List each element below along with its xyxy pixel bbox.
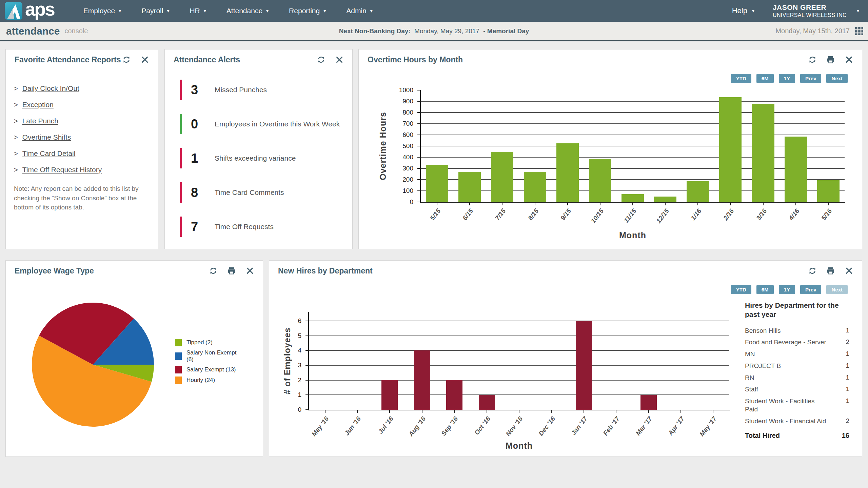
- apps-grid-icon[interactable]: [855, 27, 863, 35]
- 1y-button[interactable]: 1Y: [779, 285, 795, 294]
- y-tick-label: 5: [275, 332, 301, 340]
- help-label: Help: [732, 6, 747, 15]
- y-tick: [305, 380, 308, 381]
- help-menu[interactable]: Help ▾: [732, 6, 754, 15]
- y-axis: [308, 312, 309, 410]
- link-bullet: >: [14, 166, 18, 174]
- refresh-icon[interactable]: [317, 56, 325, 64]
- bar: [576, 321, 592, 410]
- report-link[interactable]: Exception: [22, 101, 54, 109]
- y-tick: [305, 350, 308, 351]
- menu-admin[interactable]: Admin▾: [336, 0, 383, 22]
- gridline: [421, 112, 845, 113]
- non-banking-day-date: Monday, May 29, 2017: [414, 27, 479, 35]
- panel-header: New Hires by Department: [269, 261, 862, 281]
- bar: [687, 181, 709, 202]
- alert-color-bar: [180, 217, 182, 237]
- panel-header: Favorite Attendance Reports: [6, 49, 158, 70]
- chevron-down-icon: ▾: [323, 8, 326, 14]
- chevron-down-icon: ▾: [857, 8, 859, 14]
- 1y-button[interactable]: 1Y: [779, 74, 795, 83]
- range-buttons: YTD6M1YPrevNext: [731, 285, 848, 294]
- bar: [556, 143, 579, 202]
- alert-item[interactable]: 0Employees in Overtime this Work Week: [165, 114, 352, 134]
- table-row: PROJECT B1: [745, 362, 849, 370]
- menu-attendance[interactable]: Attendance▾: [216, 0, 279, 22]
- table-row: Student Work - Financial Aid2: [745, 417, 849, 425]
- bar: [785, 137, 807, 202]
- new-hires-panel: New Hires by Department YTD6M1YPrevNext …: [269, 260, 862, 457]
- close-icon[interactable]: [335, 56, 343, 64]
- print-icon[interactable]: [228, 267, 236, 275]
- close-icon[interactable]: [845, 267, 853, 275]
- y-tick-label: 6: [275, 317, 301, 325]
- prev-button[interactable]: Prev: [800, 74, 822, 83]
- user-menu[interactable]: JASON GREER UNIVERSAL WIRELESS INC ▾: [773, 3, 859, 18]
- non-banking-day-holiday: - Memorial Day: [483, 27, 529, 35]
- x-tick: [551, 410, 552, 413]
- x-tick: [616, 410, 616, 413]
- refresh-icon[interactable]: [209, 267, 217, 275]
- department-count: 1: [846, 350, 849, 358]
- x-tick-label: 10/15: [590, 207, 606, 225]
- print-icon[interactable]: [827, 267, 835, 275]
- ytd-button[interactable]: YTD: [731, 74, 751, 83]
- close-icon[interactable]: [246, 267, 254, 275]
- report-link[interactable]: Time Off Request History: [22, 166, 102, 174]
- bar: [426, 165, 448, 202]
- menu-employee[interactable]: Employee▾: [73, 0, 131, 22]
- x-tick: [567, 203, 568, 205]
- ytd-button[interactable]: YTD: [731, 285, 751, 294]
- report-link[interactable]: Late Punch: [22, 117, 58, 125]
- refresh-icon[interactable]: [122, 56, 131, 64]
- 6m-button[interactable]: 6M: [756, 74, 774, 83]
- legend-swatch: [175, 339, 182, 346]
- alert-item[interactable]: 1Shifts exceeding variance: [165, 148, 352, 168]
- report-link[interactable]: Overtime Shifts: [22, 133, 71, 141]
- x-tick: [389, 410, 390, 413]
- x-tick-label: Jul '16: [377, 415, 395, 435]
- attendance-alerts-panel: Attendance Alerts 3Missed Punches0Employ…: [164, 49, 353, 249]
- close-icon[interactable]: [141, 56, 149, 64]
- y-tick: [417, 146, 420, 146]
- x-tick-label: 1/16: [690, 207, 703, 222]
- y-tick: [305, 409, 308, 410]
- x-tick-label: 12/15: [655, 207, 671, 225]
- table-row: RN1: [745, 374, 849, 382]
- 6m-button[interactable]: 6M: [756, 285, 774, 294]
- hires-by-department-table: Hires by Department for the past year Be…: [745, 301, 849, 440]
- prev-button[interactable]: Prev: [800, 285, 822, 294]
- bar: [654, 197, 676, 202]
- aps-logo[interactable]: aps: [5, 0, 54, 22]
- x-axis: [420, 202, 845, 203]
- alert-item[interactable]: 8Time Card Comments: [165, 182, 352, 203]
- employee-wage-type-panel: Employee Wage Type Tipped (2)Salary Non-…: [5, 260, 263, 457]
- gridline: [421, 190, 845, 191]
- menu-hr[interactable]: HR▾: [179, 0, 216, 22]
- x-tick: [730, 203, 731, 205]
- x-tick-label: Dec '16: [537, 415, 557, 437]
- gridline: [309, 365, 729, 366]
- alert-item[interactable]: 3Missed Punches: [165, 80, 352, 100]
- next-button[interactable]: Next: [826, 74, 848, 83]
- report-link[interactable]: Time Card Detail: [22, 149, 76, 158]
- aps-logo-text: aps: [25, 0, 54, 20]
- link-bullet: >: [14, 101, 18, 109]
- legend-label: Salary Non-Exempt (6): [186, 349, 242, 363]
- alert-count: 8: [191, 185, 205, 200]
- panel-header: Attendance Alerts: [165, 49, 352, 70]
- y-tick: [417, 168, 420, 169]
- y-tick-label: 3: [275, 362, 301, 369]
- table-title: Hires by Department for the past year: [745, 301, 849, 319]
- department-count: 2: [846, 338, 849, 346]
- report-link[interactable]: Daily Clock In/Out: [22, 84, 79, 93]
- print-icon[interactable]: [827, 56, 835, 64]
- alert-item[interactable]: 7Time Off Requests: [165, 217, 352, 237]
- menu-reporting[interactable]: Reporting▾: [279, 0, 336, 22]
- gridline: [421, 101, 845, 102]
- close-icon[interactable]: [845, 56, 853, 64]
- menu-payroll[interactable]: Payroll▾: [131, 0, 179, 22]
- refresh-icon[interactable]: [808, 267, 816, 275]
- refresh-icon[interactable]: [808, 56, 816, 64]
- gridline: [421, 123, 845, 124]
